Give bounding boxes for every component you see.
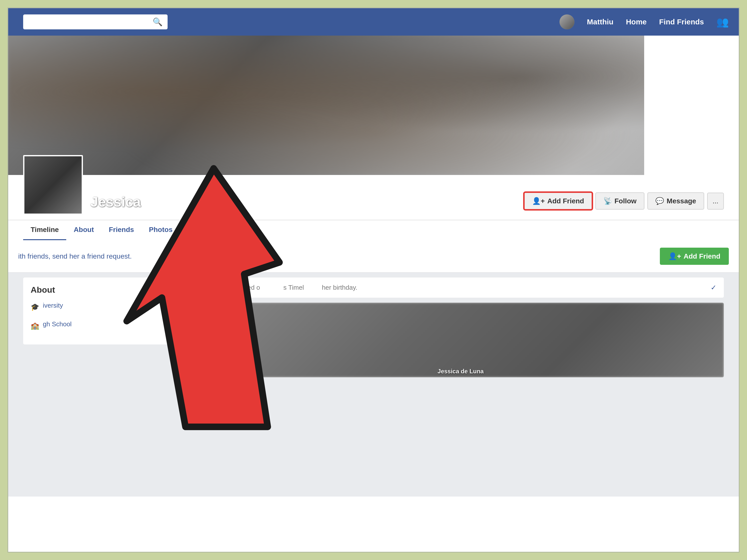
tab-about[interactable]: About (66, 220, 101, 240)
friend-request-banner: ith friends, send her a friend request. … (8, 240, 739, 272)
profile-avatar (23, 155, 83, 215)
tab-photos[interactable]: Photos (141, 220, 180, 240)
profile-section: Jessica 👤+ Add Friend 📡 Follow 💬 Message… (8, 175, 739, 220)
tab-more-label: More (187, 226, 204, 234)
banner-text-prefix: ith friends, (18, 252, 52, 260)
banner-text-link[interactable]: send her a friend request. (52, 252, 132, 260)
add-friend-label: Add Friend (547, 197, 584, 205)
tab-more[interactable]: More ▼ (180, 221, 219, 240)
message-button[interactable]: 💬 Message (647, 192, 704, 210)
more-label: ... (713, 197, 718, 205)
add-friend-icon: 👤+ (532, 197, 545, 205)
profile-name: Jessica (91, 194, 141, 210)
tab-friends[interactable]: Friends (101, 220, 141, 240)
message-icon: 💬 (655, 197, 664, 205)
left-column: About 🎓 iversity 🏫 gh School (23, 277, 192, 491)
search-input[interactable] (28, 18, 153, 26)
nav-right: Matthiu Home Find Friends 👥 (560, 15, 729, 29)
about-box: About 🎓 iversity 🏫 gh School (23, 277, 192, 344)
profile-tabs: Timeline About Friends Photos More ▼ (8, 220, 739, 240)
avatar (560, 15, 574, 29)
nav-username[interactable]: Matthiu (587, 18, 614, 26)
photo-label: Jessica de Luna (437, 368, 484, 375)
search-bar[interactable]: 🔍 (23, 15, 168, 29)
follow-icon: 📡 (603, 197, 612, 205)
friends-icon: 👥 (716, 16, 729, 28)
chevron-down-icon: ▼ (206, 227, 212, 234)
school-icon: 🏫 (31, 322, 39, 330)
nav-find-friends[interactable]: Find Friends (659, 18, 704, 26)
school-link[interactable]: gh School (43, 318, 72, 330)
nav-home[interactable]: Home (626, 18, 647, 26)
add-friend-button[interactable]: 👤+ Add Friend (524, 192, 592, 210)
chevron-right-icon[interactable]: ✓ (711, 284, 716, 292)
add-friend-green-icon: 👤+ (668, 252, 681, 260)
message-label: Message (667, 197, 696, 205)
birthday-box: 13 friends posted o s Timel her birthday… (198, 277, 724, 298)
profile-actions: 👤+ Add Friend 📡 Follow 💬 Message ... (524, 192, 724, 210)
about-item-school: 🏫 gh School (31, 318, 185, 333)
about-title: About (31, 285, 185, 295)
main-content: About 🎓 iversity 🏫 gh School 13 friends … (8, 272, 739, 497)
education-icon: 🎓 (31, 303, 39, 311)
cover-photo (8, 35, 739, 175)
more-button[interactable]: ... (707, 193, 724, 210)
right-column: 13 friends posted o s Timel her birthday… (198, 277, 724, 491)
tab-timeline[interactable]: Timeline (23, 220, 66, 240)
university-link[interactable]: iversity (43, 300, 63, 311)
about-item-university: 🎓 iversity (31, 300, 185, 314)
birthday-text: 13 friends posted o s Timel her birthday… (205, 284, 706, 291)
friend-banner-text: ith friends, send her a friend request. (18, 252, 660, 260)
search-icon: 🔍 (153, 17, 162, 27)
profile-row: Jessica 👤+ Add Friend 📡 Follow 💬 Message… (23, 175, 724, 220)
navbar: 🔍 Matthiu Home Find Friends 👥 (8, 8, 739, 35)
add-friend-green-button[interactable]: 👤+ Add Friend (660, 248, 729, 265)
follow-button[interactable]: 📡 Follow (595, 192, 645, 210)
follow-label: Follow (615, 197, 637, 205)
add-friend-green-label: Add Friend (684, 252, 720, 260)
photo-preview: Jessica de Luna (198, 303, 724, 377)
